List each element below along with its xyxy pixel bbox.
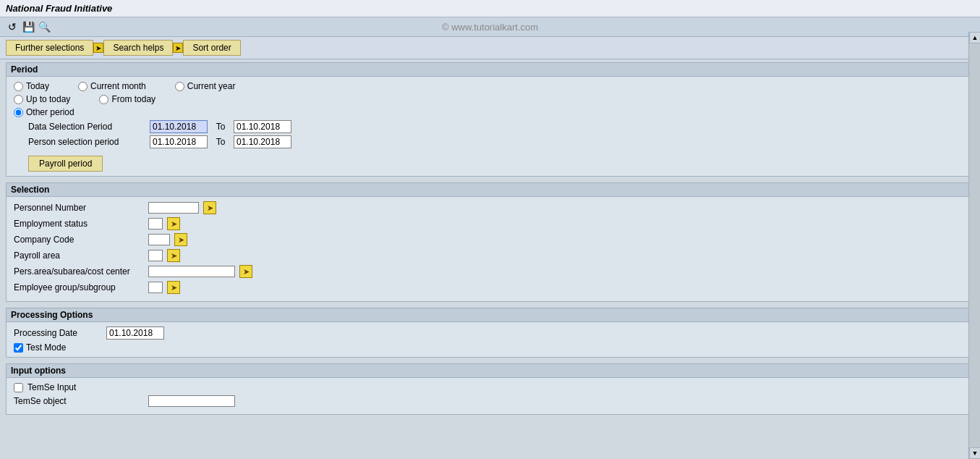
processing-date-row: Processing Date — [14, 327, 966, 340]
payroll-area-arrow-btn[interactable]: ➤ — [167, 249, 180, 262]
radio-other-label: Other period — [26, 107, 74, 117]
data-selection-row: Data Selection Period To — [14, 120, 966, 133]
temse-object-row: TemSe object — [14, 395, 966, 407]
radio-today-input[interactable] — [14, 82, 23, 91]
radio-current-month: Current month — [78, 81, 146, 91]
person-selection-to-label: To — [213, 137, 228, 147]
tab-search-helps-label: Search helps — [113, 43, 163, 53]
temse-input-checkbox[interactable] — [14, 383, 23, 392]
pers-area-label: Pers.area/subarea/cost center — [14, 266, 144, 277]
person-selection-to-input[interactable] — [234, 135, 291, 148]
radio-from-today: From today — [99, 94, 155, 104]
processing-section: Processing Options Processing Date Test … — [6, 308, 974, 358]
radio-current-month-label: Current month — [90, 81, 146, 91]
save-icon[interactable]: 💾 — [22, 20, 35, 33]
further-selections-arrow: ➤ — [93, 43, 103, 53]
radio-today-label: Today — [26, 81, 49, 91]
test-mode-checkbox[interactable] — [14, 343, 23, 353]
employee-group-row: Employee group/subgroup ➤ — [14, 281, 966, 294]
employment-status-row: Employment status ➤ — [14, 217, 966, 230]
test-mode-row: Test Mode — [14, 342, 966, 353]
radio-up-to-today: Up to today — [14, 94, 70, 104]
pers-area-arrow-btn[interactable]: ➤ — [239, 265, 252, 278]
input-options-section: Input options TemSe Input TemSe object — [6, 363, 974, 415]
period-section: Period Today Current month Current year — [6, 62, 974, 177]
personnel-number-input[interactable] — [148, 202, 199, 214]
radio-up-to-today-label: Up to today — [26, 94, 70, 104]
personnel-number-arrow-btn[interactable]: ➤ — [203, 201, 216, 214]
search-helps-arrow: ➤ — [173, 43, 183, 53]
company-code-input[interactable] — [148, 234, 170, 245]
company-code-arrow-btn[interactable]: ➤ — [174, 233, 187, 246]
selection-header: Selection — [7, 183, 973, 197]
scroll-track — [969, 43, 980, 447]
processing-date-label: Processing Date — [14, 328, 101, 338]
main-content: Period Today Current month Current year — [0, 59, 980, 459]
employee-group-label: Employee group/subgroup — [14, 282, 144, 292]
employment-status-arrow-btn[interactable]: ➤ — [167, 217, 180, 230]
data-selection-label: Data Selection Period — [28, 122, 144, 132]
payroll-area-label: Payroll area — [14, 250, 144, 261]
radio-today: Today — [14, 81, 49, 91]
temse-input-row: TemSe Input — [14, 382, 966, 392]
tab-sort-order-label: Sort order — [192, 43, 231, 53]
processing-body: Processing Date Test Mode — [7, 322, 973, 357]
temse-input-label: TemSe Input — [27, 382, 76, 392]
data-selection-to-input[interactable] — [234, 120, 291, 133]
tab-further-selections[interactable]: Further selections — [6, 40, 93, 56]
person-selection-label: Person selection period — [28, 137, 144, 147]
tab-further-selections-label: Further selections — [15, 43, 84, 53]
person-selection-from-input[interactable] — [150, 135, 208, 148]
radio-current-year-input[interactable] — [175, 82, 184, 91]
processing-header: Processing Options — [7, 308, 973, 322]
employment-status-label: Employment status — [14, 219, 144, 229]
radio-row-2: Up to today From today — [14, 94, 966, 104]
radio-current-year: Current year — [175, 81, 236, 91]
radio-row-other: Other period — [14, 107, 966, 117]
processing-date-input[interactable] — [106, 327, 164, 340]
temse-object-input[interactable] — [148, 395, 235, 407]
scroll-up-btn[interactable]: ▲ — [969, 32, 980, 43]
watermark: © www.tutorialkart.com — [442, 22, 538, 33]
data-selection-to-label: To — [213, 122, 228, 132]
radio-current-month-input[interactable] — [78, 82, 88, 91]
company-code-row: Company Code ➤ — [14, 233, 966, 246]
tab-sort-order[interactable]: Sort order — [183, 40, 240, 56]
radio-other-input[interactable] — [14, 108, 23, 117]
radio-up-to-today-input[interactable] — [14, 95, 23, 104]
input-options-body: TemSe Input TemSe object — [7, 378, 973, 414]
scroll-down-btn[interactable]: ▼ — [969, 447, 980, 459]
personnel-number-label: Personnel Number — [14, 203, 144, 213]
payroll-period-button[interactable]: Payroll period — [28, 156, 103, 172]
payroll-area-row: Payroll area ➤ — [14, 249, 966, 262]
personnel-number-row: Personnel Number ➤ — [14, 201, 966, 214]
payroll-area-input[interactable] — [148, 250, 163, 261]
radio-current-year-label: Current year — [187, 81, 236, 91]
employee-group-input[interactable] — [148, 282, 163, 293]
temse-object-label: TemSe object — [14, 396, 144, 406]
back-icon[interactable]: ↺ — [6, 20, 19, 33]
tabs-bar: Further selections ➤ Search helps ➤ Sort… — [0, 37, 980, 59]
radio-from-today-label: From today — [111, 94, 155, 104]
pers-area-input[interactable] — [148, 266, 235, 277]
find-icon[interactable]: 🔍 — [38, 20, 51, 33]
radio-from-today-input[interactable] — [99, 95, 108, 104]
person-selection-row: Person selection period To — [14, 135, 966, 148]
employment-status-input[interactable] — [148, 218, 163, 230]
period-body: Today Current month Current year Up to t… — [7, 77, 973, 176]
input-options-header: Input options — [7, 364, 973, 378]
radio-other-period: Other period — [14, 107, 74, 117]
employee-group-arrow-btn[interactable]: ➤ — [167, 281, 180, 294]
toolbar: ↺ 💾 🔍 © www.tutorialkart.com — [0, 17, 980, 37]
tab-search-helps[interactable]: Search helps — [103, 40, 173, 56]
title-bar: National Fraud Initiative — [0, 0, 980, 17]
selection-body: Personnel Number ➤ Employment status ➤ C… — [7, 197, 973, 301]
period-header: Period — [7, 63, 973, 77]
scrollbar: ▲ ▼ — [968, 32, 980, 459]
selection-section: Selection Personnel Number ➤ Employment … — [6, 182, 974, 302]
pers-area-row: Pers.area/subarea/cost center ➤ — [14, 265, 966, 278]
app-title: National Fraud Initiative — [6, 3, 112, 14]
company-code-label: Company Code — [14, 235, 144, 245]
data-selection-from-input[interactable] — [150, 120, 208, 133]
radio-row-1: Today Current month Current year — [14, 81, 966, 91]
